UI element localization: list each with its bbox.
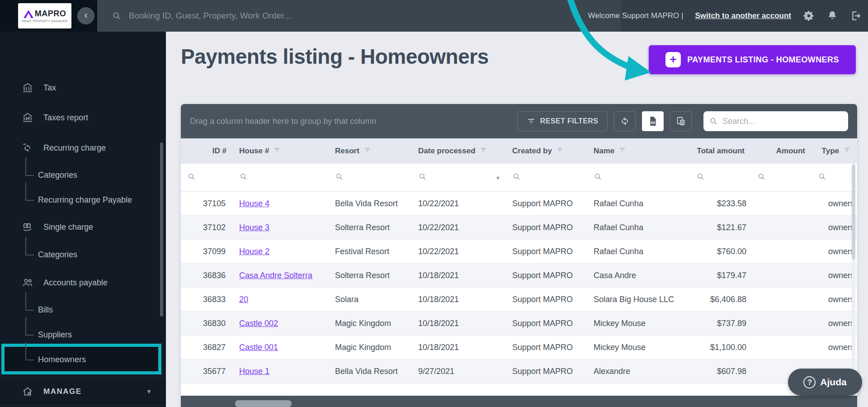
filter-cell-house[interactable] [233, 164, 329, 191]
sidebar-item-homeowners[interactable]: Homeowners [0, 350, 166, 369]
logout-icon[interactable] [850, 10, 862, 22]
reset-filters-button[interactable]: RESET FILTERS [517, 111, 608, 131]
page-title: Payments listing - Homeowners [181, 44, 489, 69]
vertical-scrollbar-thumb[interactable] [852, 165, 855, 260]
grid-filter-row: ▾ [181, 164, 857, 192]
cell-total: $233.58 [690, 192, 751, 215]
brand-tagline: DEMO PROPERTY MANAGER [22, 19, 68, 23]
column-header-name[interactable]: Name [587, 138, 690, 164]
house-link[interactable]: 20 [239, 295, 248, 304]
filter-cell-name[interactable] [587, 164, 690, 191]
cell-id: 37099 [181, 240, 233, 263]
refresh-button[interactable] [614, 111, 636, 131]
column-filter-icon[interactable] [363, 146, 371, 156]
sidebar-item-label: MANAGE [43, 387, 82, 396]
brand-logo[interactable]: MAPRO DEMO PROPERTY MANAGER [18, 3, 71, 28]
column-filter-icon[interactable] [618, 146, 626, 156]
house-link[interactable]: House 4 [239, 199, 269, 208]
sidebar-item-categories[interactable]: Categories [0, 245, 166, 265]
sidebar-item-tax[interactable]: Tax [0, 78, 166, 98]
column-filter-icon[interactable] [843, 146, 851, 156]
sidebar-collapse-button[interactable]: ‹ [77, 7, 94, 24]
column-header-type[interactable]: Type [811, 138, 857, 164]
house-link[interactable]: House 3 [239, 223, 269, 232]
column-header-resort[interactable]: Resort [329, 138, 412, 164]
column-filter-icon[interactable] [480, 146, 487, 156]
cell-type: owners [811, 312, 857, 335]
sidebar-item-booking[interactable]: BOOKING ▾ [0, 405, 166, 407]
accounts-payable-icon [22, 277, 33, 289]
house-link[interactable]: Casa Andre Solterra [239, 271, 312, 280]
add-button-label: PAYMENTS LISTING - HOMEOWNERS [687, 55, 839, 65]
filter-cell-date[interactable]: ▾ [412, 164, 506, 191]
vertical-scrollbar[interactable] [852, 164, 855, 396]
column-header-amount[interactable]: Amount [751, 138, 811, 164]
chevron-down-icon[interactable]: ▾ [496, 174, 500, 181]
sidebar-item-label: Recurring charge Payable [38, 195, 132, 205]
column-header-date[interactable]: Date processed [412, 138, 506, 164]
sidebar-item-manage[interactable]: MANAGE ▾ [0, 377, 166, 405]
filter-cell-total[interactable] [690, 164, 751, 191]
house-link[interactable]: Castle 001 [239, 343, 278, 352]
table-row[interactable]: 35677House 1Bella Vida Resort9/27/2021Su… [181, 360, 857, 383]
house-link[interactable]: Castle 002 [239, 319, 278, 328]
filter-cell-id[interactable] [181, 164, 233, 191]
gear-icon[interactable] [803, 10, 815, 22]
column-chooser-icon [675, 116, 686, 127]
sidebar-item-recurring-charge-payable[interactable]: Recurring charge Payable [0, 190, 166, 210]
cell-created: Support MAPRO [506, 192, 587, 215]
column-chooser-button[interactable] [670, 111, 692, 131]
filter-cell-created[interactable] [506, 164, 587, 191]
sidebar-item-taxes-report[interactable]: Taxes report [0, 108, 166, 128]
cell-date: 10/22/2021 [412, 216, 506, 239]
table-row[interactable]: 36827Castle 001Magic Kingdom10/18/2021Su… [181, 336, 857, 360]
column-header-label: Date processed [418, 147, 476, 156]
grid-search-input[interactable] [722, 117, 843, 126]
table-row[interactable]: 36836Casa Andre SolterraSolterra Resort1… [181, 264, 857, 288]
table-row[interactable]: 36830Castle 002Magic Kingdom10/18/2021Su… [181, 312, 857, 336]
filter-cell-amount[interactable] [751, 164, 811, 191]
cell-total: $179.47 [690, 264, 751, 287]
column-header-label: House # [239, 147, 269, 156]
sidebar-item-recurring-charge[interactable]: Recurring charge [0, 138, 166, 158]
search-icon [112, 11, 122, 21]
global-search-input[interactable] [129, 11, 621, 21]
cell-type: owners [811, 336, 857, 359]
payments-grid-card: Drag a column header here to group by th… [181, 104, 857, 407]
help-button[interactable]: ? Ajuda [788, 369, 862, 396]
column-header-house[interactable]: House # [233, 138, 329, 164]
horizontal-scrollbar-thumb[interactable] [235, 400, 292, 407]
cell-total: $121.67 [690, 216, 751, 239]
cell-name: Mickey Mouse [587, 336, 690, 359]
column-header-id[interactable]: ID # [181, 138, 233, 164]
bell-icon[interactable] [826, 10, 838, 22]
sidebar-item-accounts-payable[interactable]: Accounts payable [0, 273, 166, 293]
cell-type: owners [811, 216, 857, 239]
cell-house: House 3 [233, 216, 329, 239]
column-header-total[interactable]: Total amount [690, 138, 751, 164]
column-filter-icon[interactable] [556, 146, 564, 156]
house-link[interactable]: House 1 [239, 367, 269, 376]
table-row[interactable]: 37102House 3Solterra Resort10/22/2021Sup… [181, 216, 857, 240]
table-row[interactable]: 3683320Solara10/18/2021Support MAPROSola… [181, 288, 857, 312]
export-xls-button[interactable] [642, 111, 664, 131]
cell-date: 9/27/2021 [412, 360, 506, 383]
filter-icon [527, 117, 536, 126]
column-header-label: Type [822, 147, 839, 156]
house-link[interactable]: House 2 [239, 247, 269, 256]
brand-name: MAPRO [35, 9, 66, 19]
column-filter-icon[interactable] [273, 146, 281, 156]
cell-date: 10/18/2021 [412, 336, 506, 359]
table-row[interactable]: 37105House 4Bella Vida Resort10/22/2021S… [181, 192, 857, 216]
table-row[interactable]: 37099House 2Festival Resort10/22/2021Sup… [181, 240, 857, 264]
filter-cell-type[interactable] [811, 164, 857, 191]
cell-created: Support MAPRO [506, 240, 587, 263]
payments-listing-add-button[interactable]: + PAYMENTS LISTING - HOMEOWNERS [649, 45, 856, 74]
search-icon [418, 172, 427, 183]
switch-account-link[interactable]: Switch to another account [695, 11, 791, 20]
sidebar-item-single-charge[interactable]: Single charge [0, 217, 166, 237]
filter-cell-resort[interactable] [329, 164, 412, 191]
column-header-created[interactable]: Created by [506, 138, 587, 164]
search-icon [757, 172, 766, 183]
cell-resort: Solara [329, 288, 412, 311]
